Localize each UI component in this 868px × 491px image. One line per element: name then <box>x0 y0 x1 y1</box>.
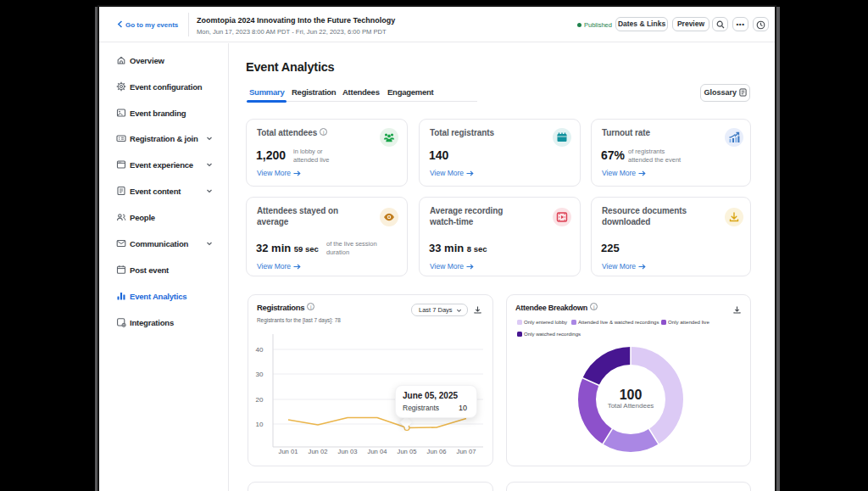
svg-text:40: 40 <box>256 346 264 354</box>
svg-text:Jun 05: Jun 05 <box>398 448 417 455</box>
svg-text:20: 20 <box>256 396 264 404</box>
svg-text:Jun 07: Jun 07 <box>457 448 476 455</box>
svg-text:10: 10 <box>256 421 264 428</box>
svg-text:Jun 02: Jun 02 <box>309 448 328 455</box>
svg-text:Jun 04: Jun 04 <box>368 448 387 455</box>
svg-text:Jun 03: Jun 03 <box>338 448 358 455</box>
svg-text:Jun 06: Jun 06 <box>427 448 447 455</box>
svg-text:Jun 01: Jun 01 <box>279 448 298 455</box>
svg-text:30: 30 <box>256 371 264 378</box>
